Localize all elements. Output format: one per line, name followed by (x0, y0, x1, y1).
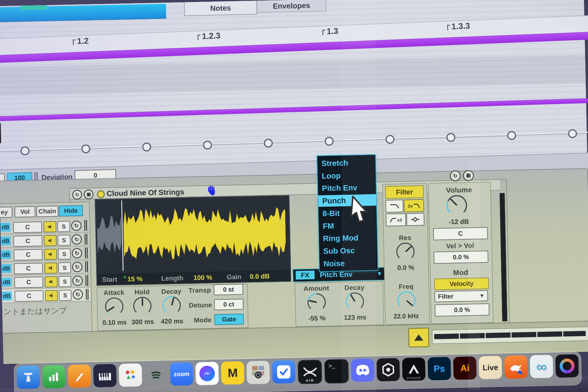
photoshop-icon[interactable]: Ps (428, 357, 451, 381)
tab-envelopes[interactable]: Envelopes (257, 0, 326, 13)
chain-row-selected[interactable]: dB C S ↻ (2, 288, 91, 303)
mod-amount-field[interactable]: 0.0 % (435, 303, 490, 317)
chain-volume[interactable]: dB (1, 264, 11, 273)
gain-value[interactable]: 0.0 dB (250, 272, 270, 280)
breakpoint[interactable] (203, 141, 212, 150)
chain-solo-button[interactable]: S (58, 262, 71, 273)
chain-pan[interactable]: C (14, 276, 43, 288)
hold-value[interactable]: 300 ms (131, 318, 154, 326)
fx-decay-value[interactable]: 123 ms (344, 313, 367, 322)
breakpoint[interactable] (20, 146, 30, 155)
chain-solo-button[interactable]: S (58, 248, 71, 260)
chain-activator-speaker-icon[interactable] (45, 290, 58, 301)
filter-type-bandpass-icon[interactable] (406, 213, 424, 226)
detune-field[interactable]: 0 ct (214, 299, 243, 310)
chain-hotswap-icon[interactable]: ↻ (72, 262, 83, 272)
discord-icon[interactable] (351, 358, 374, 382)
transp-field[interactable]: 0 st (214, 284, 243, 295)
fold-up-button[interactable] (408, 327, 429, 347)
amount-value[interactable]: -55 % (308, 314, 326, 322)
tab-vel[interactable]: Vol (15, 206, 36, 217)
menu-item-noise[interactable]: Noise (320, 257, 378, 270)
amount-knob[interactable] (307, 293, 326, 312)
chain-pan[interactable]: C (15, 290, 44, 302)
infinity-app-icon[interactable]: ∞ (530, 355, 553, 378)
tab-notes[interactable]: Notes (184, 1, 257, 16)
chain-activator-speaker-icon[interactable] (44, 235, 57, 246)
numbers-icon[interactable] (42, 365, 66, 389)
mod-dest-dropdown[interactable]: Filter ▼ (434, 290, 488, 302)
photo-collage-icon[interactable] (246, 361, 270, 384)
colorful-shapes-app-icon[interactable] (119, 363, 142, 387)
breakpoint[interactable] (446, 133, 455, 142)
volume-value[interactable]: -12 dB (449, 218, 469, 226)
start-value[interactable]: 15 % (127, 275, 143, 283)
attack-value[interactable]: 0.10 ms (102, 318, 127, 327)
chain-hotswap-icon[interactable]: ↻ (73, 289, 83, 300)
filter-type-highpass-x2-icon[interactable]: x2 (386, 213, 406, 226)
mode-gate-button[interactable]: Gate (214, 314, 244, 325)
chain-hotswap-icon[interactable]: ↻ (72, 276, 83, 286)
menu-item-pitch-env[interactable]: Pitch Env (318, 182, 376, 194)
fx-decay-knob[interactable] (345, 292, 364, 311)
breakpoint[interactable] (325, 137, 334, 146)
illustrator-icon[interactable]: Ai (453, 356, 477, 380)
messenger-icon[interactable] (196, 362, 219, 385)
chain-hotswap-icon[interactable]: ↻ (71, 234, 82, 245)
chain-pan[interactable]: C (13, 221, 42, 233)
chain-activator-speaker-icon[interactable] (45, 262, 57, 274)
chain-solo-button[interactable]: S (58, 235, 71, 246)
chain-pan[interactable]: C (14, 249, 43, 260)
filter-section-button[interactable]: Filter (385, 186, 424, 199)
chain-row[interactable]: dB C S ↻ (1, 260, 90, 276)
breakpoint[interactable] (142, 143, 151, 152)
chain-activator-speaker-icon[interactable] (44, 221, 57, 232)
chain-row[interactable]: dB C S ↻ (1, 219, 89, 234)
zoom-strip-segments[interactable] (434, 331, 586, 339)
tab-chain[interactable]: Chain (36, 206, 59, 217)
piano-app-icon[interactable] (93, 364, 117, 387)
menu-item-stretch[interactable]: Stretch (317, 157, 376, 169)
chain-activator-speaker-icon[interactable] (45, 276, 58, 287)
length-value[interactable]: 100 % (194, 274, 212, 282)
terminal-icon[interactable]: >_ (324, 359, 349, 384)
decay-value[interactable]: 420 ms (161, 317, 183, 325)
volume-knob[interactable] (446, 195, 467, 216)
breakpoint[interactable] (568, 129, 577, 138)
res-knob[interactable] (396, 242, 415, 261)
chain-hotswap-icon[interactable]: ↻ (71, 221, 82, 231)
tab-hide[interactable]: Hide (59, 205, 83, 217)
pages-icon[interactable] (68, 364, 91, 388)
menu-item-ring-mod[interactable]: Ring Mod (319, 232, 377, 244)
chain-solo-button[interactable]: S (59, 276, 71, 287)
zoom-icon[interactable]: zoom (170, 362, 194, 386)
breakpoint[interactable] (507, 131, 516, 140)
chain-activator-speaker-icon[interactable] (44, 249, 57, 260)
menu-item-sub-osc[interactable]: Sub Osc (319, 244, 378, 257)
breakpoint[interactable] (81, 144, 90, 153)
chain-solo-button[interactable]: S (57, 221, 70, 232)
chain-volume[interactable]: dB (1, 223, 11, 232)
tasks-check-icon[interactable] (272, 360, 295, 384)
chain-hotswap-icon[interactable]: ↻ (72, 248, 82, 259)
filter-type-lowpass-icon[interactable] (385, 200, 403, 212)
mod-source-velocity-button[interactable]: Velocity (434, 278, 489, 290)
chain-pan[interactable]: C (14, 263, 43, 274)
tab-key[interactable]: ey (0, 207, 12, 218)
mail-m-icon[interactable]: M (221, 361, 245, 385)
chain-row[interactable]: dB C S ↻ (1, 233, 90, 248)
chain-row[interactable]: dB C S ↻ (1, 246, 90, 262)
chain-row[interactable]: dB C S ↻ (2, 274, 90, 289)
apogee-icon[interactable]: APOGEE (402, 358, 425, 381)
attack-knob[interactable] (105, 297, 123, 316)
hexagon-logo-icon[interactable] (376, 358, 400, 381)
keynote-icon[interactable] (17, 366, 40, 389)
breakpoint[interactable] (264, 139, 273, 148)
filter-type-lowpass-x2-icon[interactable]: 2x (404, 199, 424, 212)
hold-knob[interactable] (133, 297, 152, 315)
breakpoint[interactable] (385, 135, 394, 144)
chain-volume[interactable]: dB (1, 250, 11, 259)
fx-tab-button[interactable]: FX (295, 271, 315, 280)
chain-solo-button[interactable]: S (59, 290, 72, 301)
decay-knob[interactable] (162, 296, 181, 315)
